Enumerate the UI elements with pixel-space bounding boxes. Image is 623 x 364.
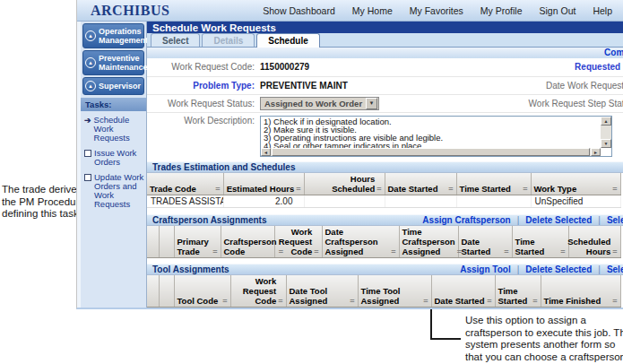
- col-date-started[interactable]: Date Started: [431, 275, 495, 308]
- menu-my-home[interactable]: My Home: [352, 5, 393, 16]
- col-date-craftsperson-assigned[interactable]: Date Craftsperson Assigned: [322, 226, 399, 258]
- sidebar: ▲ Operations Management ▲ Preventive Mai…: [77, 22, 147, 308]
- task-update-work-orders[interactable]: Update Work Orders and Work Requests: [81, 169, 146, 211]
- menu-show-dashboard[interactable]: Show Dashboard: [263, 5, 335, 16]
- sidebar-button-supervisor[interactable]: ▲ Supervisor: [82, 77, 144, 95]
- date-work-requested-label: Date Work Requested:: [403, 81, 623, 91]
- scroll-left-icon[interactable]: ◄: [261, 148, 271, 156]
- work-request-status-select[interactable]: Assigned to Work Order ▼: [260, 97, 379, 110]
- sidebar-button-label: Preventive Maintenance: [99, 54, 148, 72]
- section-title: Craftsperson Assignments: [152, 215, 266, 225]
- sort-icon: [448, 184, 453, 194]
- sidebar-button-preventive-maintenance[interactable]: ▲ Preventive Maintenance: [82, 50, 144, 75]
- craftsperson-table: Primary Trade Craftsperson Code Work Req…: [147, 226, 621, 258]
- col-time-finished[interactable]: Time Finished: [541, 275, 620, 308]
- col-work-request-code[interactable]: Work Request Code: [274, 226, 322, 258]
- arrow-icon: ➔: [84, 116, 91, 143]
- menu-my-favorites[interactable]: My Favorites: [410, 5, 463, 16]
- tasks-header: Tasks:: [81, 98, 146, 111]
- sort-icon: [376, 184, 381, 194]
- chevron-down-icon: ▼: [366, 98, 377, 109]
- work-description-textarea[interactable]: 1) Check if in designated location. 2) M…: [260, 116, 612, 157]
- tool-links: Assign Tool Delete Selected Select All C…: [460, 264, 623, 274]
- horizontal-scrollbar[interactable]: ◄ ►: [261, 148, 601, 156]
- assign-tool-link[interactable]: Assign Tool: [460, 264, 510, 274]
- col-time-started[interactable]: Time Started: [512, 226, 568, 258]
- sidebar-button-label: Operations Management: [99, 27, 148, 45]
- requested-by-label[interactable]: Requested by:: [403, 62, 623, 72]
- work-request-code-label: Work Request Code:: [147, 62, 260, 72]
- trades-table: Trade Code Estimated Hours Hours Schedul…: [147, 173, 621, 208]
- scroll-right-icon[interactable]: ►: [591, 148, 601, 156]
- assign-craftsperson-link[interactable]: Assign Craftsperson: [422, 215, 510, 225]
- problem-type-label[interactable]: Problem Type:: [147, 81, 260, 91]
- cell-estimated-hours: 2.00: [223, 195, 304, 207]
- vertical-scrollbar[interactable]: ▲ ▼: [601, 117, 611, 148]
- work-request-step-status-label: Work Request Step Status:: [403, 99, 623, 108]
- tool-section-header: Tool Assignments Assign Tool Delete Sele…: [147, 264, 623, 275]
- work-description-label: Work Description:: [147, 116, 260, 126]
- col-edit: [159, 275, 174, 308]
- panel-titlebar: Schedule Work Requests: [147, 22, 623, 33]
- craftsperson-section-header: Craftsperson Assignments Assign Craftspe…: [147, 214, 623, 226]
- collapse-arrow-icon: ▲: [85, 81, 96, 91]
- task-label: Update Work Orders and Work Requests: [94, 173, 144, 209]
- col-trade-code[interactable]: Trade Code: [147, 173, 223, 195]
- select-all-link[interactable]: Select All: [592, 215, 623, 225]
- col-date-started[interactable]: Date Started: [385, 173, 456, 195]
- col-tool-code[interactable]: Tool Code: [174, 275, 230, 308]
- sort-icon: [314, 247, 318, 256]
- task-label: Issue Work Orders: [94, 149, 144, 167]
- col-date-started[interactable]: Date Started: [458, 226, 512, 258]
- sidebar-button-operations-management[interactable]: ▲ Operations Management: [82, 23, 144, 48]
- main-panel: Schedule Work Requests Select Details Sc…: [147, 22, 623, 308]
- callout-line-right-horizontal: [430, 338, 461, 340]
- tab-select[interactable]: Select: [151, 33, 200, 47]
- sort-icon: [215, 184, 220, 194]
- scrollbar-thumb[interactable]: [272, 148, 590, 156]
- col-time-started[interactable]: Time Started: [495, 275, 541, 308]
- col-craftsperson-code[interactable]: Craftsperson Code: [221, 226, 274, 258]
- cell-trade-code: TRADES ASSISTANT: [147, 195, 223, 207]
- sort-icon: [487, 296, 491, 306]
- col-estimated-hours[interactable]: Estimated Hours: [223, 173, 304, 195]
- scroll-down-icon[interactable]: ▼: [601, 139, 611, 148]
- sort-icon: [212, 247, 217, 256]
- col-work-request-code[interactable]: Work Request Code: [230, 275, 286, 308]
- collapse-arrow-icon: ▲: [85, 57, 96, 68]
- tool-table: Tool Code Work Request Code Date Tool As…: [147, 275, 621, 308]
- sort-icon: [222, 296, 227, 306]
- col-time-craftsperson-assigned[interactable]: Time Craftsperson Assigned: [399, 226, 458, 258]
- complete-scheduling-link[interactable]: Complete Scheduling: [604, 48, 623, 57]
- col-work-type[interactable]: Work Type: [531, 173, 620, 195]
- col-time-tool-assigned[interactable]: Time Tool Assigned: [358, 275, 431, 308]
- scroll-up-icon[interactable]: ▲: [601, 117, 611, 126]
- sort-icon: [278, 296, 282, 306]
- task-issue-work-orders[interactable]: Issue Work Orders: [81, 144, 146, 169]
- select-all-link[interactable]: Select All: [592, 264, 623, 274]
- table-row: TRADES ASSISTANT 2.00 UnSpecified: [147, 195, 620, 207]
- collapse-arrow-icon: ▲: [85, 30, 96, 41]
- sort-icon: [504, 247, 508, 256]
- col-edit: [159, 226, 174, 258]
- col-primary-trade[interactable]: Primary Trade: [174, 226, 221, 258]
- delete-selected-link[interactable]: Delete Selected: [511, 264, 593, 274]
- topbar-menu: Show Dashboard My Home My Favorites My P…: [263, 5, 623, 16]
- checkbox-icon: [84, 174, 91, 181]
- delete-selected-link[interactable]: Delete Selected: [511, 215, 593, 225]
- tab-schedule[interactable]: Schedule: [256, 33, 319, 48]
- sort-icon: [391, 247, 395, 256]
- menu-sign-out[interactable]: Sign Out: [540, 5, 576, 16]
- cell-date-started: [385, 195, 456, 207]
- spacer: [147, 208, 623, 214]
- tab-bar: Select Details Schedule: [147, 33, 623, 48]
- col-date-tool-assigned[interactable]: Date Tool Assigned: [286, 275, 358, 308]
- col-time-started[interactable]: Time Started: [456, 173, 531, 195]
- sort-icon: [423, 296, 428, 306]
- task-schedule-work-requests[interactable]: ➔ Schedule Work Requests: [81, 111, 146, 144]
- menu-help[interactable]: Help: [593, 5, 612, 16]
- cell-hours-scheduled: [304, 195, 385, 207]
- col-hours-scheduled[interactable]: Hours Scheduled: [304, 173, 385, 195]
- col-scheduled-hours[interactable]: Scheduled Hours: [568, 226, 620, 258]
- menu-my-profile[interactable]: My Profile: [480, 5, 523, 16]
